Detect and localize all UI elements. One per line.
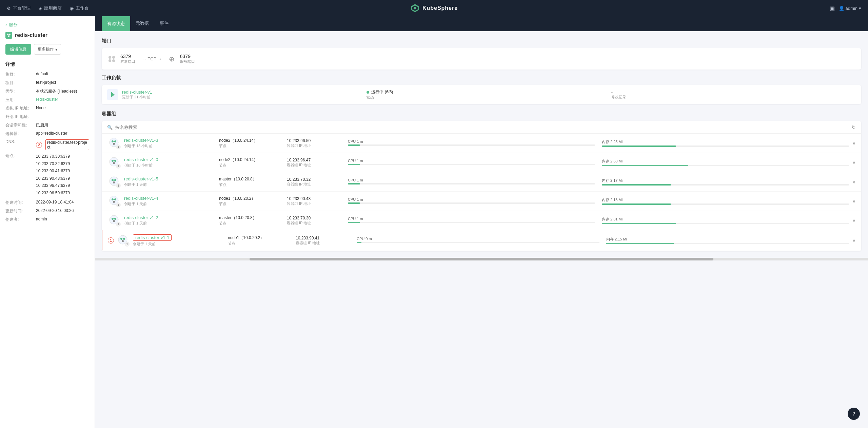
svg-point-32 — [120, 238, 122, 240]
expand-icon[interactable]: ∨ — [852, 218, 856, 223]
refresh-icon[interactable]: ↻ — [852, 124, 856, 130]
svg-point-34 — [122, 240, 124, 242]
nav-left: ⚙ 平台管理 ◈ 应用商店 ◉ 工作台 — [7, 5, 89, 11]
sidebar-back-btn[interactable]: ‹ 服务 — [5, 22, 89, 28]
status-dot — [367, 91, 369, 94]
container-row[interactable]: 1 redis-cluster-v1-3 创建于 18 小时前 node2（10… — [102, 134, 861, 153]
nav-workspace[interactable]: ◉ 工作台 — [70, 5, 89, 11]
cpu-label: CPU 1 m — [348, 197, 595, 201]
container-node: master（10.0.20.8） — [219, 176, 287, 182]
container-status-icon: 1 — [109, 157, 120, 168]
cpu-res: CPU 1 m — [348, 197, 595, 205]
container-row[interactable]: 1 redis-cluster-v1-4 创建于 1 天前 node1（10.0… — [102, 192, 861, 211]
cpu-bar-fill — [348, 202, 360, 204]
help-button[interactable]: ? — [848, 408, 860, 420]
annotation-2: 2 — [36, 142, 42, 148]
container-name[interactable]: redis-cluster-v1-1 — [133, 234, 172, 241]
nav-platform[interactable]: ⚙ 平台管理 — [7, 5, 31, 11]
cpu-res: CPU 1 m — [348, 139, 595, 147]
expand-icon[interactable]: ∨ — [852, 141, 856, 146]
nav-appstore[interactable]: ◈ 应用商店 — [39, 5, 62, 11]
container-count-badge: 1 — [116, 222, 121, 227]
scrollbar-thumb[interactable] — [250, 258, 713, 260]
svg-point-14 — [113, 143, 115, 145]
container-row[interactable]: 1 redis-cluster-v1-0 创建于 18 小时前 node2（10… — [102, 153, 861, 172]
container-node: node2（10.0.24.14） — [219, 138, 287, 143]
mem-res: 内存 2.68 Mi — [602, 159, 849, 166]
container-port-group: 6379 容器端口 — [120, 54, 135, 64]
detail-cluster: 集群: default — [5, 72, 89, 77]
mem-res: 内存 2.17 Mi — [602, 178, 849, 186]
container-row[interactable]: 1 1 redis-cluster-v1-1 创建于 1 天前 node1（10… — [102, 230, 861, 251]
container-ip: 10.233.70.30 — [287, 216, 348, 220]
expand-icon[interactable]: ∨ — [852, 238, 856, 243]
mem-bar — [602, 223, 849, 224]
detail-app: 应用: redis-cluster — [5, 97, 89, 103]
container-ip-col: 10.233.96.47 容器组 IP 地址 — [287, 158, 348, 168]
container-name[interactable]: redis-cluster-v1-3 — [124, 138, 219, 143]
container-row[interactable]: 1 redis-cluster-v1-5 创建于 1 天前 master（10.… — [102, 172, 861, 192]
container-status-icon: 1 — [109, 176, 120, 187]
cpu-res: CPU 1 m — [348, 159, 595, 166]
container-res-col: CPU 1 m 内存 2.68 Mi — [348, 159, 849, 166]
node-label: 节点 — [219, 201, 287, 207]
container-name[interactable]: redis-cluster-v1-4 — [124, 196, 219, 201]
edit-btn[interactable]: 编辑信息 — [5, 44, 31, 55]
container-time: 创建于 1 天前 — [124, 201, 219, 207]
container-name[interactable]: redis-cluster-v1-0 — [124, 157, 219, 162]
expand-icon[interactable]: ∨ — [852, 160, 856, 165]
container-node: master（10.0.20.8） — [219, 215, 287, 221]
container-ip: 10.233.96.50 — [287, 138, 348, 143]
node-label: 节点 — [219, 163, 287, 168]
logo-text: KubeSphere — [422, 5, 458, 11]
search-input[interactable] — [115, 125, 849, 130]
container-name[interactable]: redis-cluster-v1-2 — [124, 215, 219, 220]
port-icon-circles — [108, 56, 115, 62]
detail-creator: 创建者: admin — [5, 217, 89, 222]
more-actions-btn[interactable]: 更多操作 ▾ — [34, 44, 61, 55]
cpu-bar-fill — [348, 144, 360, 146]
svg-point-12 — [112, 140, 114, 142]
container-section-title: 容器组 — [102, 111, 861, 117]
nav-right: ▣ 👤 admin ▾ — [830, 5, 861, 12]
notification-icon[interactable]: ▣ — [830, 5, 835, 12]
container-row[interactable]: 1 redis-cluster-v1-2 创建于 1 天前 master（10.… — [102, 211, 861, 230]
svg-point-25 — [114, 198, 116, 200]
admin-menu[interactable]: 👤 admin ▾ — [839, 6, 861, 11]
mem-label: 内存 2.31 Mi — [602, 217, 849, 222]
tab-events[interactable]: 事件 — [154, 16, 174, 31]
workload-name-col: redis-cluster-v1 更新于 21 小时前 — [122, 90, 367, 100]
chevron-down-icon: ▾ — [859, 6, 861, 11]
svg-point-22 — [113, 181, 115, 183]
svg-point-26 — [113, 201, 115, 203]
expand-icon[interactable]: ∨ — [852, 179, 856, 184]
tab-metadata[interactable]: 元数据 — [130, 16, 154, 31]
ip-label: 容器组 IP 地址 — [296, 240, 357, 246]
node-label: 节点 — [228, 241, 296, 246]
cpu-res: CPU 0 m — [357, 237, 599, 244]
mem-res: 内存 2.25 Mi — [602, 139, 849, 147]
container-name[interactable]: redis-cluster-v1-5 — [124, 176, 219, 181]
expand-icon[interactable]: ∨ — [852, 199, 856, 204]
container-res-col: CPU 1 m 内存 2.18 Mi — [348, 197, 849, 205]
container-rows-container: 1 redis-cluster-v1-3 创建于 18 小时前 node2（10… — [102, 134, 861, 251]
chevron-left-icon: ‹ — [5, 22, 7, 27]
container-res-col: CPU 1 m 内存 2.17 Mi — [348, 178, 849, 186]
cpu-bar — [357, 242, 599, 243]
horizontal-scrollbar[interactable] — [95, 258, 868, 260]
svg-point-24 — [112, 198, 114, 200]
port-card: 6379 容器端口 → TCP → ⊕ 6379 服务端口 — [102, 48, 861, 70]
tab-resource[interactable]: 资源状态 — [102, 16, 130, 31]
container-time: 创建于 1 天前 — [124, 221, 219, 226]
container-name-col: redis-cluster-v1-3 创建于 18 小时前 — [124, 138, 219, 149]
container-name-col: redis-cluster-v1-2 创建于 1 天前 — [124, 215, 219, 226]
container-name-col: redis-cluster-v1-5 创建于 1 天前 — [124, 176, 219, 187]
port-section-title: 端口 — [102, 38, 861, 44]
container-time: 创建于 18 小时前 — [124, 143, 219, 149]
diamond-icon: ◈ — [39, 6, 42, 11]
workload-row: redis-cluster-v1 更新于 21 小时前 运行中 (6/6) 状态… — [102, 85, 861, 104]
cpu-label: CPU 1 m — [348, 178, 595, 182]
detail-vip: 虚拟 IP 地址: None — [5, 105, 89, 111]
tab-bar: 资源状态 元数据 事件 — [95, 16, 868, 31]
mem-bar — [602, 165, 849, 166]
